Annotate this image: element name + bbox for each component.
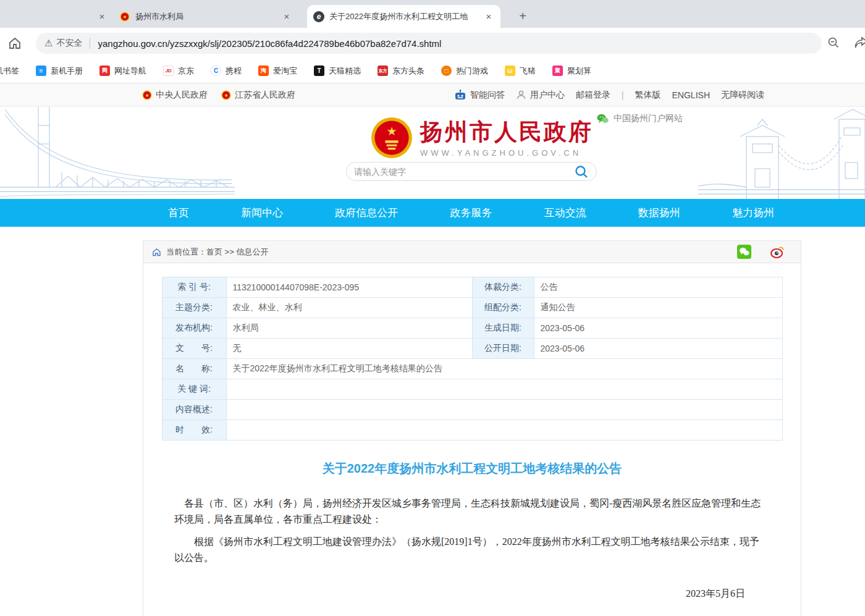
user-center-link[interactable]: 用户中心: [516, 90, 565, 101]
site-url: WWW.YANGZHOU.GOV.CN: [420, 148, 593, 158]
document-meta-table: 索 引 号: 11321000014407098E-2023-095 体裁分类:…: [162, 277, 783, 441]
site-favicon-icon: e: [313, 11, 324, 22]
bookmark-icon: ω: [505, 65, 515, 76]
bookmark-label: 京东: [178, 65, 194, 77]
meta-value: 水利局: [226, 318, 472, 339]
bookmark-label: 携程: [226, 65, 242, 77]
traditional-version-link[interactable]: 繁体版: [635, 90, 661, 101]
bookmarks-bar: 机书签 ≡ 新机手册 网 网址导航 JD 京东 C 携程 淘 爱淘宝 T 天猫精…: [0, 59, 865, 83]
search-input[interactable]: [354, 167, 574, 177]
nav-item-home[interactable]: 首页: [168, 206, 189, 220]
security-label[interactable]: 不安全: [56, 38, 82, 49]
meta-label: 文 号:: [162, 339, 226, 359]
accessible-reading-link[interactable]: 无障碍阅读: [721, 90, 764, 101]
bookmark-icon: 东方: [378, 65, 388, 76]
nav-item-charm[interactable]: 魅力扬州: [732, 206, 774, 220]
bookmark-icon: □: [441, 65, 452, 76]
meta-value: 2023-05-06: [534, 339, 782, 359]
meta-label: 关 键 词:: [162, 379, 226, 400]
url-omnibox[interactable]: ⚠ 不安全 yangzhou.gov.cn/yzszxxgk/slj/20230…: [36, 33, 822, 54]
meta-label: 组配分类:: [472, 298, 534, 318]
nav-item-data[interactable]: 数据扬州: [638, 206, 680, 220]
breadcrumb-home-icon[interactable]: [152, 248, 161, 256]
meta-label: 索 引 号:: [162, 277, 226, 298]
gov-emblem-icon: ★: [119, 11, 130, 22]
meta-value: 11321000014407098E-2023-095: [226, 277, 472, 298]
meta-label: 公开日期:: [472, 339, 534, 359]
link-central-gov[interactable]: ★ 中央人民政府: [142, 90, 208, 101]
zoom-out-icon[interactable]: [827, 36, 840, 49]
bookmark-icon: ≡: [36, 65, 46, 76]
smart-qa-link[interactable]: 智能问答: [454, 90, 505, 101]
svg-text:★: ★: [386, 125, 397, 138]
portal-link[interactable]: 中国扬州门户网站: [597, 113, 683, 124]
meta-label: 生成日期:: [472, 318, 534, 339]
table-row: 名 称: 关于2022年度扬州市水利工程文明工地考核结果的公告: [162, 359, 782, 379]
bookmark-icon: 聚: [552, 65, 563, 76]
bookmark-item[interactable]: T 天猫精选: [314, 65, 361, 77]
tab-title: 关于2022年度扬州市水利工程文明工地: [329, 11, 468, 22]
bookmark-item[interactable]: JD 京东: [163, 65, 194, 77]
tab-active-announcement[interactable]: e 关于2022年度扬州市水利工程文明工地 ×: [307, 5, 500, 28]
meta-label: 主题分类:: [162, 298, 226, 318]
bookmark-item[interactable]: 聚 聚划算: [552, 65, 591, 77]
gov-emblem-icon: ★: [221, 90, 231, 100]
share-weibo-icon[interactable]: [770, 245, 785, 259]
table-row: 主题分类: 农业、林业、水利 组配分类: 通知公告: [162, 298, 782, 318]
url-text[interactable]: yangzhou.gov.cn/yzszxxgk/slj/202305/210c…: [98, 38, 441, 49]
bookmark-item[interactable]: 机书签: [0, 65, 19, 77]
link-label: 中央人民政府: [156, 90, 208, 101]
tab-title: 扬州市水利局: [135, 11, 184, 22]
site-name: 扬州市人民政府: [420, 120, 593, 143]
bookmark-item[interactable]: 网 网址导航: [99, 65, 146, 77]
gov-top-bar: ★ 中央人民政府 ★ 江苏省人民政府 智能问答 用户中心 邮箱登录 | 繁体版 …: [0, 83, 865, 107]
bookmark-item[interactable]: 东方 东方头条: [378, 65, 424, 77]
table-row: 内容概述:: [162, 400, 782, 420]
english-version-link[interactable]: ENGLISH: [672, 90, 710, 100]
close-icon[interactable]: ×: [96, 11, 108, 22]
bookmark-label: 聚划算: [567, 65, 591, 77]
close-icon[interactable]: ×: [281, 11, 292, 22]
search-icon[interactable]: [574, 164, 589, 179]
svg-text:★: ★: [122, 14, 127, 20]
bookmark-icon: 网: [99, 65, 110, 76]
banner-art-bridge-left: [0, 107, 235, 199]
share-wechat-icon[interactable]: [737, 245, 751, 259]
bookmark-label: 爱淘宝: [273, 65, 297, 77]
share-icon[interactable]: [854, 36, 865, 49]
link-label: 用户中心: [530, 90, 565, 101]
bookmark-icon: T: [314, 65, 324, 76]
bookmark-item[interactable]: ≡ 新机手册: [36, 65, 83, 77]
close-icon[interactable]: ×: [483, 11, 494, 22]
bookmark-item[interactable]: □ 热门游戏: [441, 65, 488, 77]
nav-item-info-disclosure[interactable]: 政府信息公开: [335, 206, 398, 220]
article-date: 2023年5月6日: [174, 586, 764, 602]
bookmark-item[interactable]: C 携程: [211, 65, 242, 77]
meta-label: 时 效:: [162, 420, 226, 441]
nav-item-services[interactable]: 政务服务: [450, 206, 492, 220]
toolbar-divider: |: [622, 90, 624, 100]
breadcrumb[interactable]: 当前位置：首页 >> 信息公开: [166, 247, 268, 258]
site-logo[interactable]: ★ 扬州市人民政府 WWW.YANGZHOU.GOV.CN: [371, 117, 593, 159]
bookmark-label: 机书签: [0, 65, 19, 77]
not-secure-warning-icon: ⚠: [44, 38, 53, 49]
link-jiangsu-gov[interactable]: ★ 江苏省人民政府: [221, 90, 295, 101]
bookmark-label: 热门游戏: [456, 65, 488, 77]
browser-address-bar: ⚠ 不安全 yangzhou.gov.cn/yzszxxgk/slj/20230…: [0, 28, 865, 59]
nav-item-news[interactable]: 新闻中心: [241, 206, 283, 220]
new-tab-button[interactable]: +: [514, 7, 531, 25]
meta-value: 关于2022年度扬州市水利工程文明工地考核结果的公告: [226, 359, 782, 379]
nav-item-interaction[interactable]: 互动交流: [544, 206, 586, 220]
article-body: 各县（市、区）水利（务）局，扬州经济开发区城乡事务管理局，生态科技新城规划建设局…: [174, 496, 764, 616]
home-icon[interactable]: [7, 36, 22, 51]
bookmark-item[interactable]: 淘 爱淘宝: [258, 65, 297, 77]
tab-shuiliju[interactable]: ★ 扬州市水利局 ×: [113, 5, 298, 28]
content-panel: 当前位置：首页 >> 信息公开 索 引 号: 11321000014407098…: [143, 240, 801, 616]
meta-value: [226, 379, 782, 400]
table-row: 索 引 号: 11321000014407098E-2023-095 体裁分类:…: [162, 277, 782, 298]
national-emblem-icon: ★: [371, 117, 413, 159]
bookmark-item[interactable]: ω 飞猪: [505, 65, 536, 77]
meta-label: 体裁分类:: [472, 277, 534, 298]
mail-login-link[interactable]: 邮箱登录: [576, 90, 610, 101]
svg-text:★: ★: [224, 93, 228, 98]
